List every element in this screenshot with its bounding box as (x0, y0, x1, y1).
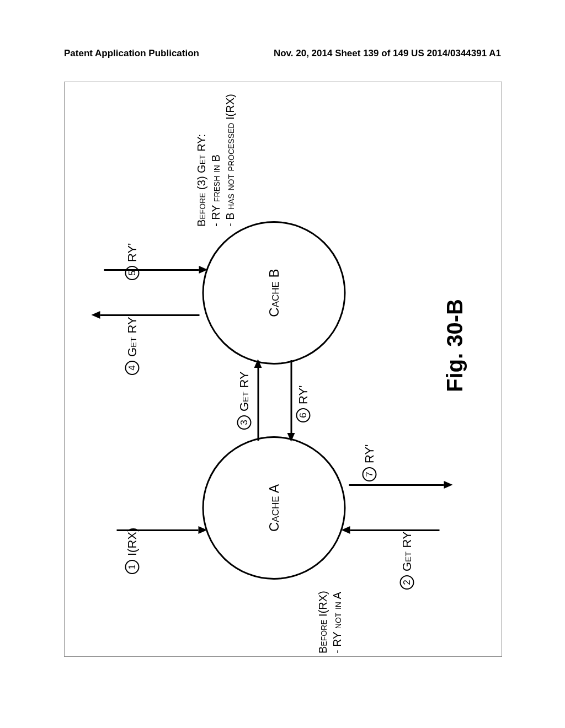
step-2-num: 2 (399, 575, 414, 590)
note-cache-a: Before I(RX) - RY not in A (315, 591, 344, 654)
step-7-num: 7 (362, 467, 376, 481)
step-4: 4 Get RY (125, 317, 139, 375)
diagram-rotated: Cache A Cache B 1 I(RX) 2 Get RY (0, 151, 565, 588)
arrow-4-head (91, 312, 100, 319)
arrow-7-line (349, 484, 444, 486)
arrow-4-line (100, 314, 199, 316)
step-5-num: 5 (125, 266, 139, 280)
cache-b-node: Cache B (202, 221, 345, 365)
step-6-text: RY' (296, 386, 310, 404)
header-left-text: Patent Application Publication (64, 48, 199, 59)
step-4-text: Get RY (125, 317, 139, 357)
header-right-text: Nov. 20, 2014 Sheet 139 of 149 US 2014/0… (274, 48, 501, 59)
figure-label: Fig. 30-B (442, 299, 467, 392)
arrow-3-line (257, 368, 259, 441)
step-5: 5 RY' (125, 243, 139, 280)
arrow-2-line (350, 529, 439, 531)
step-3-text: Get RY (237, 371, 251, 411)
step-2-text: Get RY (399, 531, 414, 571)
cache-b-label: Cache B (266, 269, 281, 317)
arrow-5-head (199, 266, 207, 274)
step-2: 2 Get RY (399, 531, 414, 590)
arrow-1-head (198, 527, 207, 534)
page-header: Patent Application Publication Nov. 20, … (0, 48, 565, 59)
step-1-num: 1 (125, 560, 139, 574)
diagram-canvas: Cache A Cache B 1 I(RX) 2 Get RY (64, 82, 502, 657)
arrow-2-head (341, 527, 350, 534)
step-6: 6 RY' (296, 386, 310, 422)
figure-content-area: Cache A Cache B 1 I(RX) 2 Get RY (64, 82, 502, 657)
step-3-num: 3 (237, 415, 251, 430)
arrow-7-head (444, 481, 452, 489)
step-1: 1 I(RX) (125, 528, 139, 574)
note-cache-b: Before (3) Get RY: - RY fresh in B - B h… (194, 94, 237, 227)
step-1-text: I(RX) (125, 528, 139, 556)
step-3: 3 Get RY (237, 371, 251, 430)
step-7: 7 RY' (362, 445, 376, 481)
arrow-3-head (254, 359, 262, 368)
arrow-5-line (104, 269, 199, 271)
cache-a-node: Cache A (202, 436, 345, 580)
step-4-num: 4 (125, 361, 139, 375)
cache-a-label: Cache A (266, 484, 281, 532)
step-7-text: RY' (362, 445, 376, 463)
step-6-num: 6 (296, 408, 310, 422)
arrow-6-head (287, 433, 295, 442)
arrow-6-line (290, 360, 292, 433)
step-5-text: RY' (125, 243, 139, 262)
